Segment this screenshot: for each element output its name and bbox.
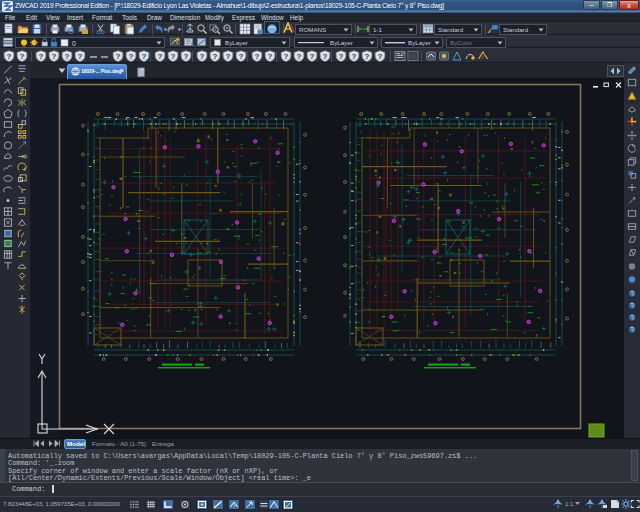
svg-text:1:1: 1:1 <box>565 501 574 507</box>
